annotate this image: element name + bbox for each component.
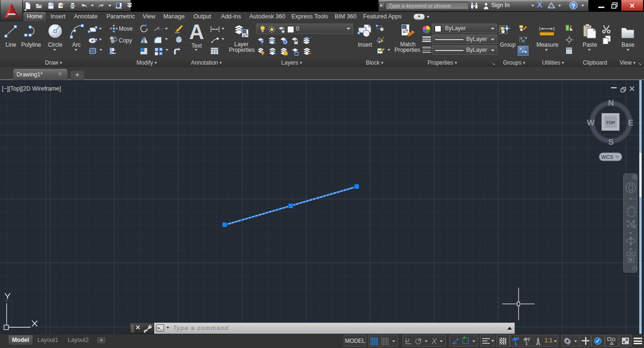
svg-text:N: N [608, 99, 614, 108]
svg-text:TOP: TOP [606, 120, 615, 125]
svg-text:W: W [587, 118, 595, 127]
svg-text:E: E [628, 118, 633, 127]
svg-text:WCS: WCS [601, 154, 613, 160]
svg-text:S: S [608, 138, 613, 147]
